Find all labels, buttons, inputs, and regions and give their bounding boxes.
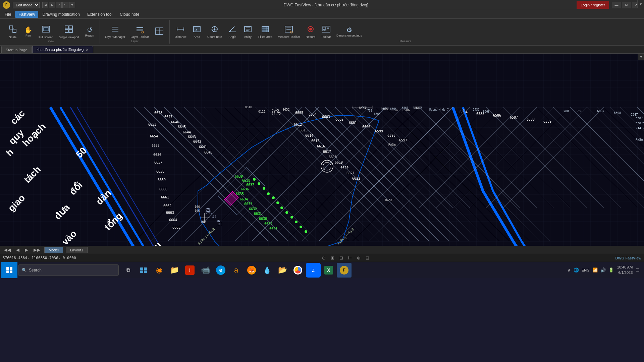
tray-notification-icon[interactable]: □ — [635, 266, 640, 274]
svg-point-195 — [267, 192, 270, 195]
svg-text:6601: 6601 — [349, 121, 357, 125]
entity-button[interactable]: entity — [240, 22, 255, 42]
menu-cloud-note[interactable]: Cloud note — [116, 11, 143, 18]
filled-area-button[interactable]: Filled area — [256, 22, 275, 42]
nav-dropdown[interactable]: ▼ — [69, 2, 75, 8]
tab-close-icon[interactable]: ✕ — [86, 48, 89, 52]
scroll-left-button[interactable]: ◀◀ — [3, 247, 12, 252]
svg-text:6641: 6641 — [199, 145, 207, 149]
window-title: DWG FastView - [khu dân cư phước đông.dw… — [284, 3, 368, 7]
menu-file[interactable]: File — [1, 11, 14, 18]
taskbar-app-chrome[interactable] — [290, 263, 305, 278]
scroll-prev-button[interactable]: ◀ — [15, 247, 21, 252]
svg-point-194 — [263, 187, 265, 190]
start-button[interactable] — [1, 262, 17, 278]
status-polar-icon[interactable]: ⊕ — [356, 255, 362, 261]
menu-drawing-modification[interactable]: Drawing modification — [39, 11, 83, 18]
taskbar-app-amazon[interactable]: a — [229, 263, 244, 278]
taskbar-app-zalo[interactable]: z — [306, 263, 321, 278]
status-object-snap-icon[interactable]: ⊟ — [364, 255, 371, 261]
taskbar-app-orange[interactable]: ◉ — [152, 263, 166, 278]
record-button[interactable]: Record — [303, 22, 318, 42]
tray-battery-icon[interactable]: 🔋 — [608, 267, 614, 273]
taskbar-app-files[interactable]: 📁 — [167, 263, 182, 278]
scale-button[interactable]: Scale — [5, 22, 20, 42]
layer-extra-button[interactable] — [152, 22, 167, 42]
nav-forward[interactable]: ▶ — [49, 2, 55, 8]
layout1-tab[interactable]: Layout1 — [66, 247, 88, 253]
single-viewport-button[interactable]: Single viewport — [56, 22, 82, 42]
angle-button[interactable]: Angle — [225, 22, 240, 42]
maximize-button[interactable]: ⧉ — [622, 2, 631, 8]
tab-dwg[interactable]: khu dân cư phước đông.dwg ✕ — [32, 46, 93, 53]
taskbar-app-firefox[interactable]: 🦊 — [244, 263, 259, 278]
dimension-settings-button[interactable]: ⚙ Dimension settings — [334, 22, 364, 42]
entity-label: entity — [244, 35, 252, 39]
tray-date-display: 6/1/2023 — [617, 270, 633, 275]
tray-wifi-icon[interactable]: 📶 — [592, 267, 598, 273]
layer-toolbar-button[interactable]: Layer Toolbar — [128, 22, 151, 42]
login-button[interactable]: Login / register — [577, 1, 609, 9]
distance-label: Distance — [175, 35, 186, 39]
bottom-panel: ◀◀ ◀ ▶ ▶▶ Model Layout1 — [0, 246, 644, 254]
svg-text:6639: 6639 — [235, 175, 243, 178]
taskbar-app-folder[interactable]: 📂 — [275, 263, 290, 278]
nav-undo[interactable]: ↩ — [56, 2, 62, 8]
status-ortho-icon[interactable]: ⊢ — [347, 255, 354, 261]
nav-redo[interactable]: ↪ — [62, 2, 68, 8]
regen-button[interactable]: ↺ Regen — [82, 22, 97, 42]
minimize-button[interactable]: — — [612, 2, 621, 8]
svg-text:6603: 6603 — [322, 115, 330, 119]
tray-lang-label[interactable]: ENG — [581, 267, 590, 273]
svg-text:6647: 6647 — [164, 115, 172, 119]
tray-datetime[interactable]: 10:40 AM 6/1/2023 — [617, 265, 634, 275]
tab-collapse-button[interactable]: ▼ — [637, 0, 644, 8]
taskbar-app-edge[interactable]: e — [213, 263, 228, 278]
svg-text:6656: 6656 — [153, 153, 161, 157]
scroll-last-button[interactable]: ▶▶ — [32, 247, 42, 252]
svg-text:6587m: 6587m — [636, 121, 644, 125]
svg-rect-265 — [10, 270, 12, 273]
distance-button[interactable]: Distance — [172, 22, 189, 42]
coordinate-button[interactable]: Coordinate — [205, 22, 224, 42]
system-tray: ∧ 🌐 ENG 📶 🔊 🔋 10:40 AM 6/1/2023 □ — [567, 265, 643, 275]
layer-manager-button[interactable]: Layer Manager — [103, 22, 128, 42]
canvas-area[interactable]: 6648 6647 6646 6645 6644 6643 6642 6641 … — [0, 54, 644, 246]
nav-buttons: ◀ ▶ ↩ ↪ ▼ — [42, 2, 75, 8]
search-icon: 🔍 — [22, 268, 27, 273]
area-button[interactable]: A Area — [190, 22, 204, 42]
pan-button[interactable]: ✋ Pan — [21, 22, 36, 42]
record-label: Record — [306, 35, 315, 39]
fullscreen-button[interactable]: Full screen — [36, 22, 56, 42]
status-snap-icon[interactable]: ⊡ — [338, 255, 345, 261]
status-circle-icon[interactable]: ⊙ — [321, 255, 327, 261]
svg-text:6657: 6657 — [154, 161, 162, 164]
canvas-right-collapse[interactable]: ▼ — [638, 54, 644, 60]
model-tab[interactable]: Model — [44, 247, 63, 253]
nav-back[interactable]: ◀ — [42, 2, 48, 8]
taskbar-app-dropbox[interactable]: 💧 — [260, 263, 274, 278]
tab-startup[interactable]: Startup Page — [1, 46, 32, 53]
taskbar-app-explorer[interactable] — [136, 263, 151, 278]
tray-network-icon[interactable]: 🌐 — [573, 267, 580, 273]
menu-extension-tool[interactable]: Extension tool — [84, 11, 116, 18]
tray-expand-icon[interactable]: ∧ — [567, 267, 572, 273]
menu-fastview[interactable]: FastView — [15, 11, 38, 18]
svg-text:6662: 6662 — [163, 204, 171, 208]
measure-group-label: Measure — [399, 40, 411, 43]
layer-group-label: Layer — [131, 40, 139, 43]
tray-sound-icon[interactable]: 🔊 — [600, 267, 606, 273]
taskbar-app-alert[interactable]: ! — [182, 263, 197, 278]
svg-text:6619: 6619 — [335, 161, 343, 164]
svg-text:0111: 0111 — [258, 110, 266, 113]
taskbar-app-excel[interactable]: X — [321, 263, 336, 278]
mode-select[interactable]: Edit mode — [13, 2, 40, 8]
taskbar-app-dwg[interactable]: F — [337, 263, 352, 278]
taskbar-app-taskview[interactable]: ⧉ — [121, 263, 136, 278]
toolbar-button[interactable]: Toolbar — [319, 22, 333, 42]
taskbar-search-bar[interactable]: 🔍 Search — [18, 264, 119, 276]
measure-toolbar-button[interactable]: Measure Toolbar — [275, 22, 303, 42]
taskbar-app-video[interactable]: 📹 — [198, 263, 213, 278]
status-grid-icon[interactable]: ⊞ — [329, 255, 336, 261]
scroll-next-button[interactable]: ▶ — [23, 247, 30, 252]
